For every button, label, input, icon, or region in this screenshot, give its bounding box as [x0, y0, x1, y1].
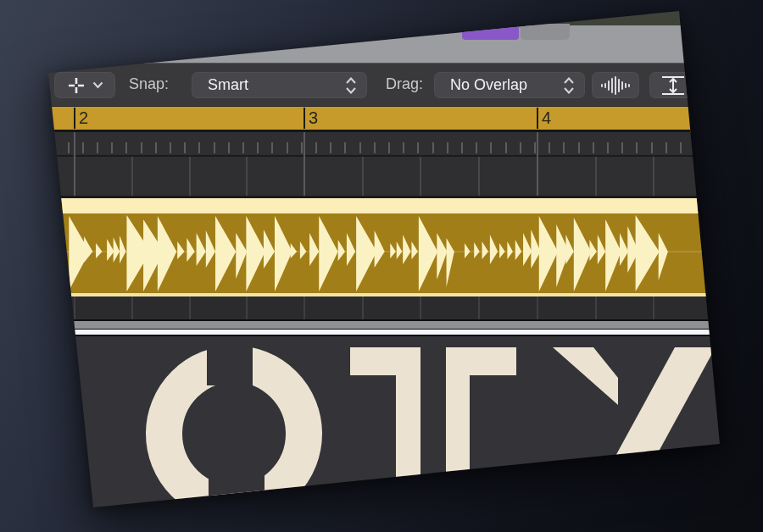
waveform-icon — [599, 75, 632, 96]
gridline — [246, 296, 248, 319]
video-background: Snap: Smart Drag: No Overlap — [0, 0, 763, 532]
ruler-bar-tick — [74, 108, 75, 129]
gridline — [420, 157, 421, 196]
vertical-auto-zoom-button[interactable] — [649, 72, 697, 98]
gridline — [131, 157, 133, 196]
ruler-bar-number: 4 — [542, 108, 551, 128]
gridline — [537, 132, 538, 196]
lower-track-area — [25, 296, 738, 319]
gridline — [246, 157, 248, 196]
ruler-bar-number: 3 — [309, 108, 318, 128]
gridline — [537, 296, 538, 319]
gridline — [16, 296, 18, 319]
gridline — [711, 296, 713, 319]
ruler-bar-tick — [304, 108, 305, 129]
waveform-zoom-button[interactable] — [592, 72, 639, 98]
bottom-panel-letters: OTX — [25, 336, 26, 337]
gridline — [653, 296, 654, 319]
pointer-tool-button[interactable] — [54, 72, 115, 98]
gridline — [595, 296, 597, 319]
purple-region[interactable] — [462, 25, 519, 40]
audio-region[interactable] — [25, 198, 738, 296]
ruler-bar-number: 2 — [79, 108, 88, 128]
background-letter-x — [25, 336, 763, 532]
gridline — [478, 157, 480, 196]
top-strip — [475, 3, 738, 27]
gridline — [131, 296, 133, 319]
gridline — [74, 296, 75, 319]
ruler-bar-tick — [537, 108, 538, 129]
gridline — [711, 157, 713, 196]
gridline — [653, 157, 654, 196]
crosshair-pointer-icon — [67, 76, 86, 95]
gridline — [304, 132, 305, 196]
audio-waveform — [25, 198, 738, 296]
horizontal-divider — [25, 319, 738, 336]
sixteenth-ticks — [25, 142, 738, 153]
gridline — [362, 157, 364, 196]
scrollbar-thumb[interactable] — [25, 330, 738, 335]
drag-value: No Overlap — [450, 76, 527, 94]
gridline — [74, 132, 75, 196]
gridline — [16, 157, 18, 196]
drag-dropdown[interactable]: No Overlap — [434, 72, 585, 98]
snap-value: Smart — [208, 76, 248, 94]
snap-dropdown[interactable]: Smart — [192, 72, 367, 98]
gray-tab[interactable] — [521, 24, 570, 40]
scrollbar-track[interactable] — [25, 321, 738, 329]
timeline-grid — [25, 132, 738, 196]
control-bar-area — [119, 25, 738, 64]
gridline — [189, 157, 191, 196]
window-shadow: Snap: Smart Drag: No Overlap — [0, 0, 763, 532]
bar-ruler[interactable]: 234 — [25, 107, 738, 132]
gridline — [362, 296, 364, 319]
daw-window: Snap: Smart Drag: No Overlap — [0, 0, 763, 532]
chevron-down-icon — [92, 81, 103, 89]
updown-chevrons-icon — [563, 76, 575, 95]
bottom-panel: OTX — [25, 336, 738, 532]
gridline — [189, 296, 191, 319]
gridline — [304, 296, 305, 319]
gridline — [595, 157, 597, 196]
gridline — [420, 296, 421, 319]
toolbar: Snap: Smart Drag: No Overlap — [25, 63, 738, 108]
drag-label: Drag: — [386, 75, 423, 93]
vertical-auto-zoom-icon — [659, 75, 688, 97]
gridline — [478, 296, 480, 319]
updown-chevrons-icon — [345, 76, 357, 95]
snap-label: Snap: — [129, 75, 169, 93]
